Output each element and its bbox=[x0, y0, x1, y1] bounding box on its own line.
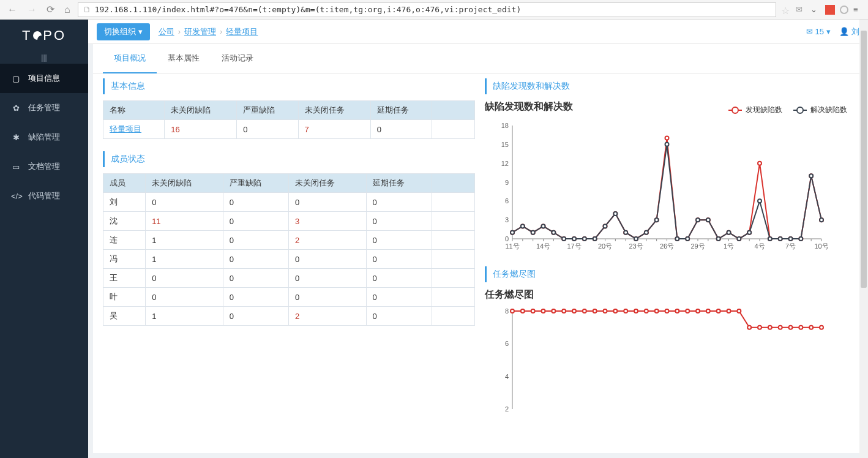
svg-point-103 bbox=[727, 231, 731, 235]
svg-point-99 bbox=[686, 237, 689, 241]
svg-point-133 bbox=[665, 309, 669, 313]
back-button[interactable]: ← bbox=[5, 4, 20, 15]
svg-point-94 bbox=[634, 237, 638, 241]
table-row: 叶0000 bbox=[103, 288, 475, 307]
reload-button[interactable]: ⟳ bbox=[44, 4, 57, 15]
svg-point-119 bbox=[521, 309, 525, 313]
svg-point-105 bbox=[747, 231, 751, 235]
svg-point-132 bbox=[655, 309, 659, 313]
svg-point-102 bbox=[717, 237, 720, 241]
logo: TPO bbox=[0, 20, 88, 51]
forward-button[interactable]: → bbox=[24, 4, 39, 15]
svg-text:2: 2 bbox=[505, 405, 509, 413]
svg-text:20号: 20号 bbox=[598, 242, 612, 250]
svg-point-111 bbox=[809, 174, 813, 178]
sidebar-item-docs[interactable]: ▭ 文档管理 bbox=[0, 152, 88, 181]
svg-point-140 bbox=[737, 309, 741, 313]
svg-text:7号: 7号 bbox=[785, 242, 796, 250]
basic-info-table: 名称 未关闭缺陷 严重缺陷 未关闭任务 延期任务 轻量项目 16 0 bbox=[103, 100, 475, 139]
svg-point-131 bbox=[645, 309, 648, 313]
tab-properties[interactable]: 基本属性 bbox=[157, 44, 211, 73]
svg-point-112 bbox=[820, 218, 823, 222]
svg-point-134 bbox=[675, 309, 679, 313]
svg-text:23号: 23号 bbox=[629, 242, 643, 250]
ext-pocket-icon[interactable]: ⌄ bbox=[810, 5, 820, 15]
svg-point-98 bbox=[675, 237, 679, 241]
svg-point-107 bbox=[768, 237, 772, 241]
topbar: 切换组织 ▾ 公司 › 研发管理 › 轻量项目 ✉ 15 ▾ 👤 刘 bbox=[88, 20, 868, 44]
svg-text:0: 0 bbox=[505, 235, 509, 242]
tab-activity[interactable]: 活动记录 bbox=[211, 44, 264, 73]
burndown-panel: 任务燃尽图 任务燃尽图 2468 bbox=[485, 266, 853, 415]
caret-down-icon: ▾ bbox=[826, 27, 831, 36]
svg-point-137 bbox=[706, 309, 710, 313]
svg-point-108 bbox=[779, 237, 782, 241]
svg-text:17号: 17号 bbox=[567, 242, 581, 250]
table-row: 吴1020 bbox=[103, 307, 475, 326]
home-button[interactable]: ⌂ bbox=[62, 4, 73, 15]
sidebar-item-label: 文档管理 bbox=[28, 161, 60, 172]
mail-icon: ✉ bbox=[806, 27, 813, 36]
breadcrumb-link[interactable]: 公司 bbox=[159, 26, 174, 37]
sidebar-item-project-info[interactable]: ▢ 项目信息 bbox=[0, 64, 88, 93]
sidebar-item-label: 项目信息 bbox=[28, 73, 60, 84]
members-table: 成员 未关闭缺陷 严重缺陷 未关闭任务 延期任务 刘0000沈11030连102… bbox=[103, 173, 475, 326]
sidebar-toggle[interactable]: ||| bbox=[0, 51, 88, 64]
switch-org-button[interactable]: 切换组织 ▾ bbox=[97, 23, 150, 40]
svg-point-90 bbox=[593, 237, 597, 241]
chevron-right-icon: › bbox=[178, 27, 181, 36]
panel-title: 基本信息 bbox=[103, 78, 475, 94]
svg-point-135 bbox=[686, 309, 689, 313]
svg-text:4: 4 bbox=[505, 373, 509, 380]
breadcrumb-link[interactable]: 研发管理 bbox=[184, 26, 216, 37]
svg-point-89 bbox=[583, 237, 586, 241]
breadcrumb-link[interactable]: 轻量项目 bbox=[226, 26, 258, 37]
table-row: 王0000 bbox=[103, 269, 475, 288]
folder-icon: ▭ bbox=[11, 162, 21, 171]
svg-point-106 bbox=[758, 199, 761, 203]
svg-text:12: 12 bbox=[501, 160, 509, 167]
user-menu[interactable]: 👤 刘 bbox=[839, 26, 859, 37]
page-scrollbar[interactable] bbox=[859, 20, 868, 458]
svg-text:15: 15 bbox=[501, 141, 509, 148]
svg-point-144 bbox=[779, 326, 782, 329]
svg-text:4号: 4号 bbox=[754, 242, 765, 250]
sidebar-item-label: 缺陷管理 bbox=[28, 132, 60, 143]
tabs: 项目概况 基本属性 活动记录 bbox=[93, 44, 863, 73]
svg-point-124 bbox=[572, 309, 576, 313]
bookmark-icon[interactable]: ☆ bbox=[781, 5, 791, 15]
ext-red-icon[interactable] bbox=[825, 5, 835, 15]
url-bar[interactable]: 🗋 192.168.1.110/index.html#?o=476&n=(t:e… bbox=[78, 2, 776, 17]
table-row: 沈11030 bbox=[103, 212, 475, 231]
svg-point-123 bbox=[562, 309, 566, 313]
mail-badge[interactable]: ✉ 15 ▾ bbox=[806, 27, 831, 36]
svg-point-91 bbox=[604, 224, 607, 228]
code-icon: </> bbox=[11, 192, 21, 201]
svg-point-96 bbox=[655, 218, 659, 222]
tab-overview[interactable]: 项目概况 bbox=[103, 44, 157, 73]
sidebar-item-label: 代码管理 bbox=[28, 190, 60, 201]
ext-mail-icon[interactable]: ✉ bbox=[796, 5, 806, 15]
sidebar-item-tasks[interactable]: ✿ 任务管理 bbox=[0, 93, 88, 122]
table-row: 冯1000 bbox=[103, 250, 475, 269]
project-link[interactable]: 轻量项目 bbox=[110, 124, 141, 133]
svg-point-139 bbox=[727, 309, 731, 313]
chart-title: 任务燃尽图 bbox=[485, 288, 853, 301]
project-icon: ▢ bbox=[11, 74, 21, 83]
table-row: 轻量项目 16 0 7 0 bbox=[103, 120, 475, 139]
svg-text:6: 6 bbox=[505, 197, 509, 205]
scrollbar-thumb[interactable] bbox=[861, 31, 867, 288]
browser-menu-icon[interactable]: ≡ bbox=[853, 5, 863, 15]
panel-title: 任务燃尽图 bbox=[485, 266, 853, 282]
svg-point-100 bbox=[696, 218, 700, 222]
svg-point-120 bbox=[531, 309, 535, 313]
ext-circle-icon[interactable] bbox=[840, 6, 848, 14]
sidebar-item-code[interactable]: </> 代码管理 bbox=[0, 181, 88, 211]
sidebar-item-defects[interactable]: ✱ 缺陷管理 bbox=[0, 122, 88, 152]
svg-text:29号: 29号 bbox=[690, 242, 705, 250]
svg-point-138 bbox=[717, 309, 720, 313]
svg-point-147 bbox=[809, 326, 813, 329]
svg-text:1号: 1号 bbox=[724, 242, 734, 250]
svg-point-93 bbox=[624, 231, 627, 235]
user-icon: 👤 bbox=[839, 27, 849, 36]
